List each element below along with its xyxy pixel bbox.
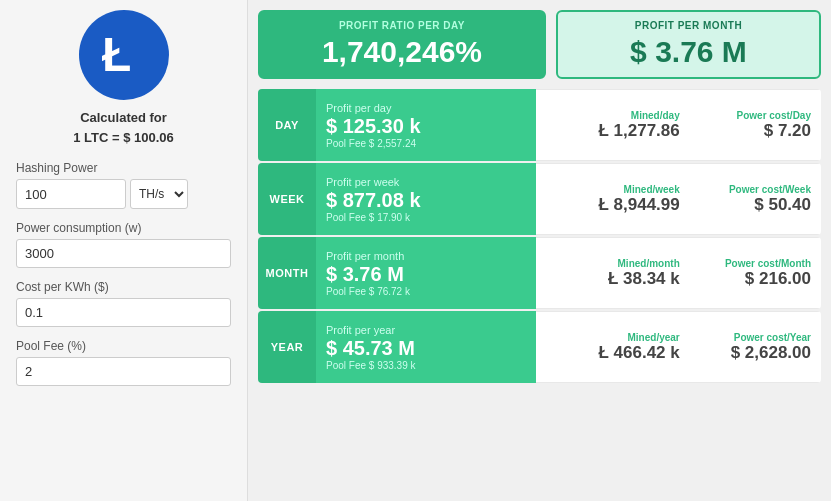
row-profit-label: Profit per day	[326, 102, 526, 114]
row-mined-label: Mined/week	[624, 184, 680, 195]
row-power-value: $ 216.00	[745, 269, 811, 289]
row-profit-value: $ 877.08 k	[326, 188, 526, 212]
profit-ratio-label: PROFIT RATIO PER DAY	[276, 20, 528, 31]
cost-kwh-input[interactable]	[16, 298, 231, 327]
power-consumption-input[interactable]	[16, 239, 231, 268]
hashing-power-input[interactable]	[16, 179, 126, 209]
pool-fee-label: Pool Fee (%)	[16, 339, 231, 353]
row-power-label: Power cost/Month	[725, 258, 811, 269]
row-mined-label: Mined/month	[618, 258, 680, 269]
row-mined-section: Mined/month Ł 38.34 k	[536, 237, 690, 309]
row-mined-section: Mined/year Ł 466.42 k	[536, 311, 690, 383]
row-power-label: Power cost/Day	[737, 110, 811, 121]
top-stats: PROFIT RATIO PER DAY 1,740,246% PROFIT P…	[258, 10, 821, 79]
calc-row: Week Profit per week $ 877.08 k Pool Fee…	[258, 163, 821, 235]
row-mined-value: Ł 1,277.86	[598, 121, 679, 141]
calc-row: Day Profit per day $ 125.30 k Pool Fee $…	[258, 89, 821, 161]
calc-row: Month Profit per month $ 3.76 M Pool Fee…	[258, 237, 821, 309]
row-profit-pool: Pool Fee $ 933.39 k	[326, 360, 526, 371]
row-profit-value: $ 125.30 k	[326, 114, 526, 138]
row-period-label: Month	[258, 237, 316, 309]
row-mined-label: Mined/year	[628, 332, 680, 343]
row-profit-value: $ 45.73 M	[326, 336, 526, 360]
row-profit-pool: Pool Fee $ 17.90 k	[326, 212, 526, 223]
calc-row: Year Profit per year $ 45.73 M Pool Fee …	[258, 311, 821, 383]
profit-month-label: PROFIT PER MONTH	[574, 20, 803, 31]
main-container: Ł Calculated for 1 LTC = $ 100.06 Hashin…	[0, 0, 831, 501]
profit-ratio-card: PROFIT RATIO PER DAY 1,740,246%	[258, 10, 546, 79]
row-power-value: $ 2,628.00	[731, 343, 811, 363]
profit-month-card: PROFIT PER MONTH $ 3.76 M	[556, 10, 821, 79]
calc-for-text: Calculated for 1 LTC = $ 100.06	[73, 108, 174, 147]
row-mined-value: Ł 8,944.99	[598, 195, 679, 215]
row-power-label: Power cost/Week	[729, 184, 811, 195]
row-profit-section: Profit per week $ 877.08 k Pool Fee $ 17…	[316, 163, 536, 235]
row-profit-pool: Pool Fee $ 2,557.24	[326, 138, 526, 149]
left-panel: Ł Calculated for 1 LTC = $ 100.06 Hashin…	[0, 0, 248, 501]
calc-label: Calculated for	[73, 108, 174, 128]
row-profit-section: Profit per day $ 125.30 k Pool Fee $ 2,5…	[316, 89, 536, 161]
hashing-unit-select[interactable]: TH/s GH/s MH/s	[130, 179, 188, 209]
ltc-logo: Ł	[79, 10, 169, 100]
row-profit-pool: Pool Fee $ 76.72 k	[326, 286, 526, 297]
row-power-section: Power cost/Month $ 216.00	[690, 237, 821, 309]
row-power-section: Power cost/Year $ 2,628.00	[690, 311, 821, 383]
row-period-label: Year	[258, 311, 316, 383]
calc-rate: 1 LTC = $ 100.06	[73, 128, 174, 148]
row-profit-value: $ 3.76 M	[326, 262, 526, 286]
pool-fee-group: Pool Fee (%)	[16, 339, 231, 386]
cost-kwh-group: Cost per KWh ($)	[16, 280, 231, 327]
hashing-power-group: Hashing Power TH/s GH/s MH/s	[16, 161, 231, 209]
row-mined-section: Mined/day Ł 1,277.86	[536, 89, 690, 161]
cost-kwh-label: Cost per KWh ($)	[16, 280, 231, 294]
row-mined-value: Ł 466.42 k	[598, 343, 679, 363]
row-power-value: $ 7.20	[764, 121, 811, 141]
svg-text:Ł: Ł	[102, 28, 131, 81]
power-consumption-label: Power consumption (w)	[16, 221, 231, 235]
row-profit-label: Profit per week	[326, 176, 526, 188]
row-period-label: Day	[258, 89, 316, 161]
row-power-value: $ 50.40	[754, 195, 811, 215]
right-panel: PROFIT RATIO PER DAY 1,740,246% PROFIT P…	[248, 0, 831, 501]
row-mined-value: Ł 38.34 k	[608, 269, 680, 289]
row-profit-label: Profit per month	[326, 250, 526, 262]
row-power-section: Power cost/Week $ 50.40	[690, 163, 821, 235]
row-profit-section: Profit per month $ 3.76 M Pool Fee $ 76.…	[316, 237, 536, 309]
hashing-power-label: Hashing Power	[16, 161, 231, 175]
profit-ratio-value: 1,740,246%	[276, 35, 528, 69]
row-power-label: Power cost/Year	[734, 332, 811, 343]
row-mined-section: Mined/week Ł 8,944.99	[536, 163, 690, 235]
row-mined-label: Mined/day	[631, 110, 680, 121]
power-consumption-group: Power consumption (w)	[16, 221, 231, 268]
calc-table: Day Profit per day $ 125.30 k Pool Fee $…	[258, 89, 821, 491]
row-profit-section: Profit per year $ 45.73 M Pool Fee $ 933…	[316, 311, 536, 383]
row-power-section: Power cost/Day $ 7.20	[690, 89, 821, 161]
profit-month-value: $ 3.76 M	[574, 35, 803, 69]
row-profit-label: Profit per year	[326, 324, 526, 336]
row-period-label: Week	[258, 163, 316, 235]
pool-fee-input[interactable]	[16, 357, 231, 386]
